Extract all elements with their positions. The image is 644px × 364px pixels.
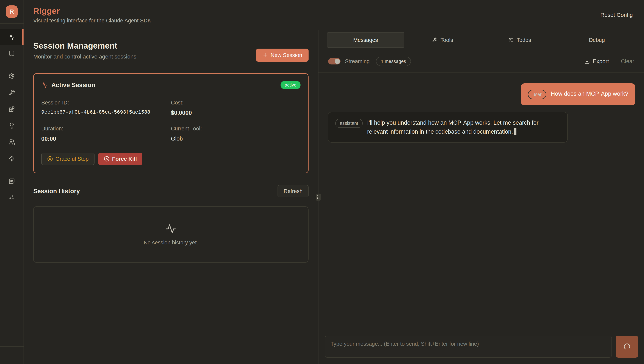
tab-tools[interactable]: Tools xyxy=(404,32,481,48)
session-history-head: Session History Refresh xyxy=(33,185,308,197)
session-id-value: 9cc1bb67-af0b-4b61-85ea-5693f5ae1588 xyxy=(41,110,171,115)
chat-panel: Messages Tools Todos xyxy=(318,30,644,364)
x-circle-icon xyxy=(104,156,110,162)
session-panel-titles: Session Management Monitor and control a… xyxy=(33,41,136,60)
content-split: Session Management Monitor and control a… xyxy=(24,30,644,364)
blocks-icon xyxy=(8,106,15,112)
export-button[interactable]: Export xyxy=(584,58,609,65)
grip-dots-icon xyxy=(316,194,320,200)
sidebar-item-docs[interactable] xyxy=(0,173,24,189)
sliders-icon xyxy=(8,195,15,201)
export-label: Export xyxy=(593,58,609,65)
main-area: Rigger Visual testing interface for the … xyxy=(24,0,644,364)
graceful-stop-button[interactable]: Graceful Stop xyxy=(41,153,94,165)
assistant-message: assistant I'll help you understand how a… xyxy=(328,112,568,143)
sidebar-divider xyxy=(3,65,20,65)
document-icon xyxy=(8,178,15,184)
sidebar-item-sessions[interactable] xyxy=(0,29,24,45)
app-title: Rigger xyxy=(33,6,151,16)
message-list[interactable]: user How does an MCP-App work? assistant… xyxy=(318,73,644,329)
active-session-title: Active Session xyxy=(51,82,95,89)
sidebar-item-tools[interactable] xyxy=(0,85,24,101)
users-icon xyxy=(8,139,15,145)
active-session-head: Active Session active xyxy=(41,81,300,89)
refresh-label: Refresh xyxy=(284,188,302,194)
streaming-cursor xyxy=(514,128,516,135)
active-session-card: Active Session active Session ID: 9cc1bb… xyxy=(33,73,308,173)
wrench-icon xyxy=(8,90,15,96)
sidebar-item-config[interactable] xyxy=(0,189,24,206)
chat-toolbar: Streaming 1 messages Export Clear xyxy=(318,50,644,73)
field-duration: Duration: 00:00 xyxy=(41,126,171,142)
sidebar-item-blocks[interactable] xyxy=(0,101,24,117)
app-header: Rigger Visual testing interface for the … xyxy=(24,0,644,30)
resize-handle[interactable] xyxy=(316,194,321,201)
session-fields: Session ID: 9cc1bb67-af0b-4b61-85ea-5693… xyxy=(41,100,300,142)
sidebar-nav xyxy=(0,24,24,346)
sidebar-item-settings[interactable] xyxy=(0,68,24,85)
activity-icon xyxy=(8,34,15,40)
circle-stop-icon xyxy=(47,156,53,162)
sidebar-item-ideas[interactable] xyxy=(0,117,24,134)
tab-debug[interactable]: Debug xyxy=(558,32,636,48)
bookmark-icon xyxy=(8,50,15,57)
download-icon xyxy=(584,59,590,64)
page-subtitle: Monitor and control active agent session… xyxy=(33,54,136,60)
current-tool-value: Glob xyxy=(171,136,300,142)
clear-button[interactable]: Clear xyxy=(621,58,634,65)
sidebar-footer xyxy=(0,346,24,364)
app-subtitle: Visual testing interface for the Claude … xyxy=(33,18,151,24)
reset-config-button[interactable]: Reset Config xyxy=(600,12,633,18)
send-button[interactable] xyxy=(616,335,638,358)
cost-value: $0.0000 xyxy=(171,110,300,116)
tab-messages-label: Messages xyxy=(353,37,378,43)
chat-input-bar xyxy=(318,329,644,364)
message-text: I'll help you understand how an MCP-App … xyxy=(367,118,560,136)
session-history-empty-state: No session history yet. xyxy=(33,206,308,263)
toggle-knob xyxy=(335,59,340,64)
force-kill-label: Force Kill xyxy=(112,156,137,162)
session-actions: Graceful Stop Force Kill xyxy=(41,153,300,165)
new-session-button[interactable]: New Session xyxy=(256,49,308,62)
sidebar-item-bookmarks[interactable] xyxy=(0,45,24,62)
graceful-stop-label: Graceful Stop xyxy=(56,156,88,162)
streaming-label: Streaming xyxy=(345,58,370,65)
tab-todos[interactable]: Todos xyxy=(481,32,558,48)
sidebar-header: R xyxy=(0,0,24,24)
refresh-button[interactable]: Refresh xyxy=(278,185,308,197)
activity-icon xyxy=(41,82,48,88)
chat-tabs: Messages Tools Todos xyxy=(318,30,644,50)
session-management-panel: Session Management Monitor and control a… xyxy=(24,30,318,364)
wrench-icon xyxy=(432,37,438,43)
app-avatar[interactable]: R xyxy=(6,6,18,18)
message-text: How does an MCP-App work? xyxy=(551,89,628,98)
field-label: Current Tool: xyxy=(171,126,300,132)
sidebar-item-agents[interactable] xyxy=(0,134,24,150)
tab-tools-label: Tools xyxy=(440,37,453,43)
app-title-block: Rigger Visual testing interface for the … xyxy=(33,6,151,24)
page-title: Session Management xyxy=(33,41,136,51)
tab-messages[interactable]: Messages xyxy=(327,32,404,48)
role-badge: user xyxy=(528,90,546,99)
role-badge: assistant xyxy=(335,119,363,128)
tab-todos-label: Todos xyxy=(516,37,531,43)
plus-icon xyxy=(262,52,268,58)
field-label: Session ID: xyxy=(41,100,171,106)
tab-debug-label: Debug xyxy=(589,37,605,43)
force-kill-button[interactable]: Force Kill xyxy=(98,153,142,165)
user-message: user How does an MCP-App work? xyxy=(521,83,636,105)
sidebar-item-hooks[interactable] xyxy=(0,150,24,167)
duration-value: 00:00 xyxy=(41,136,171,142)
panel-divider xyxy=(318,30,318,364)
app-root: R xyxy=(0,0,644,364)
message-input[interactable] xyxy=(324,335,612,358)
session-panel-head: Session Management Monitor and control a… xyxy=(33,41,308,62)
loader-spinner-icon xyxy=(623,342,631,351)
toolbar-right: Export Clear xyxy=(584,58,634,65)
zap-icon xyxy=(8,155,15,162)
field-label: Cost: xyxy=(171,100,300,106)
message-count-badge: 1 messages xyxy=(376,57,411,66)
list-todo-icon xyxy=(508,37,514,43)
empty-state-text: No session history yet. xyxy=(144,240,198,246)
streaming-toggle[interactable] xyxy=(328,58,340,65)
